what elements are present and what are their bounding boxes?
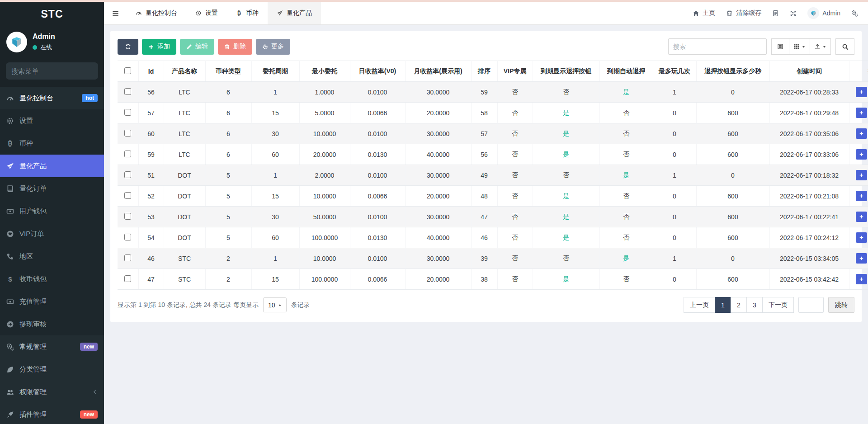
row-checkbox-cell [118,165,138,186]
row-checkbox[interactable] [124,171,131,178]
cell-actions [849,165,868,186]
row-add-button[interactable] [856,232,867,243]
prev-page-button[interactable]: 上一页 [684,297,715,313]
column-header-Id: Id [138,61,164,82]
row-add-button[interactable] [856,191,867,201]
table-search-input[interactable] [668,38,767,55]
page-button-3[interactable]: 3 [746,297,763,313]
cell-min_order: 2.0000 [299,165,350,186]
sidebar-item-用户钱包[interactable]: 用户钱包 [0,200,104,222]
row-checkbox[interactable] [124,130,131,137]
row-add-button[interactable] [856,149,867,160]
row-checkbox[interactable] [124,192,131,199]
cell-show_refund_button: 是 [533,103,599,123]
cell-id: 57 [138,103,164,123]
search-submit-button[interactable] [835,38,854,55]
row-checkbox[interactable] [124,213,131,220]
cell-id: 46 [138,248,164,269]
sidebar-item-label: 充值管理 [19,297,47,306]
sidebar-item-分类管理[interactable]: 分类管理 [0,358,104,381]
sidebar-item-量化控制台[interactable]: 量化控制台hot [0,87,104,109]
export-button[interactable] [810,38,831,55]
send-icon [6,162,14,170]
select-all-checkbox[interactable] [124,67,131,74]
sidebar-item-量化订单[interactable]: 量化订单 [0,177,104,200]
row-add-button[interactable] [856,170,867,180]
row-checkbox-cell [118,227,138,248]
sidebar-item-常规管理[interactable]: 常规管理new [0,335,104,358]
row-checkbox[interactable] [124,109,131,116]
sidebar-item-插件管理[interactable]: 插件管理new [0,403,104,424]
sidebar-toggle-button[interactable] [104,2,127,24]
plus-icon [148,44,154,50]
jump-button[interactable]: 跳转 [828,297,854,313]
cell-day_rate: 0.0066 [350,103,405,123]
page-button-1[interactable]: 1 [715,297,731,313]
plus-icon [859,235,864,240]
cell-actions [849,207,868,227]
sidebar-item-提现审核[interactable]: 提现审核 [0,313,104,335]
row-add-button[interactable] [856,108,867,118]
cell-name: DOT [164,165,205,186]
page-size-dropdown[interactable]: 10 [263,297,287,312]
sidebar-item-地区[interactable]: 地区 [0,245,104,268]
row-checkbox[interactable] [124,275,131,282]
row-add-button[interactable] [856,128,867,139]
tab-量化控制台[interactable]: 量化控制台 [127,2,186,24]
detail-view-button[interactable] [771,38,789,55]
column-header-创建时间: 创建时间 [769,61,849,82]
cell-day_rate: 0.0066 [350,269,405,290]
delete-button[interactable]: 删除 [218,39,252,55]
plus-icon [859,90,864,94]
bitcoin-icon [236,10,242,16]
tab-label: 量化产品 [287,9,312,17]
home-link[interactable]: 主页 [693,9,715,17]
row-checkbox[interactable] [124,88,131,95]
add-button[interactable]: 添加 [142,39,176,55]
row-checkbox[interactable] [124,234,131,240]
cell-created_at: 2022-06-15 03:42:42 [769,269,849,290]
tab-设置[interactable]: 设置 [186,2,227,24]
row-add-button[interactable] [856,212,867,222]
sidebar-item-币种[interactable]: 币种 [0,132,104,155]
language-button[interactable] [772,10,779,17]
cell-sort: 48 [471,186,497,207]
cell-auto_refund: 否 [599,144,653,165]
columns-button[interactable] [789,38,810,55]
sidebar-item-权限管理[interactable]: 权限管理 [0,381,104,403]
edit-button[interactable]: 编辑 [180,39,214,55]
refresh-button[interactable] [118,39,138,55]
row-add-button[interactable] [856,87,867,97]
user-menu[interactable]: Admin [807,7,840,19]
next-page-button[interactable]: 下一页 [762,297,794,313]
row-checkbox[interactable] [124,254,131,261]
settings-menu-button[interactable] [851,10,858,17]
more-button[interactable]: 更多 [256,39,290,55]
sidebar-item-VIP订单[interactable]: VIP订单 [0,222,104,245]
tab-币种[interactable]: 币种 [227,2,268,24]
cell-actions [849,186,868,207]
tab-label: 币种 [246,9,259,17]
fullscreen-button[interactable] [790,10,797,17]
user-panel: Admin 在线 [0,26,104,59]
column-header-月收益率(展示用): 月收益率(展示用) [405,61,471,82]
sidebar-item-收币钱包[interactable]: 收币钱包 [0,268,104,290]
pencil-icon [186,44,192,50]
clear-cache-link[interactable]: 清除缓存 [726,9,761,17]
cell-month_rate: 20.0000 [405,186,471,207]
plus-icon [859,173,864,178]
row-checkbox[interactable] [124,151,131,157]
cell-coin_type: 6 [205,103,251,123]
jump-page-input[interactable] [798,297,824,313]
search-icon [842,43,849,50]
sidebar-item-量化产品[interactable]: 量化产品 [0,155,104,177]
page-button-2[interactable]: 2 [731,297,747,313]
row-checkbox-cell [118,207,138,227]
row-add-button[interactable] [856,253,867,264]
row-add-button[interactable] [856,274,867,284]
tab-量化产品[interactable]: 量化产品 [268,2,321,24]
sidebar-item-充值管理[interactable]: 充值管理 [0,290,104,313]
sidebar-search-input[interactable] [11,67,101,75]
sidebar-item-设置[interactable]: 设置 [0,109,104,132]
cell-actions [849,269,868,290]
